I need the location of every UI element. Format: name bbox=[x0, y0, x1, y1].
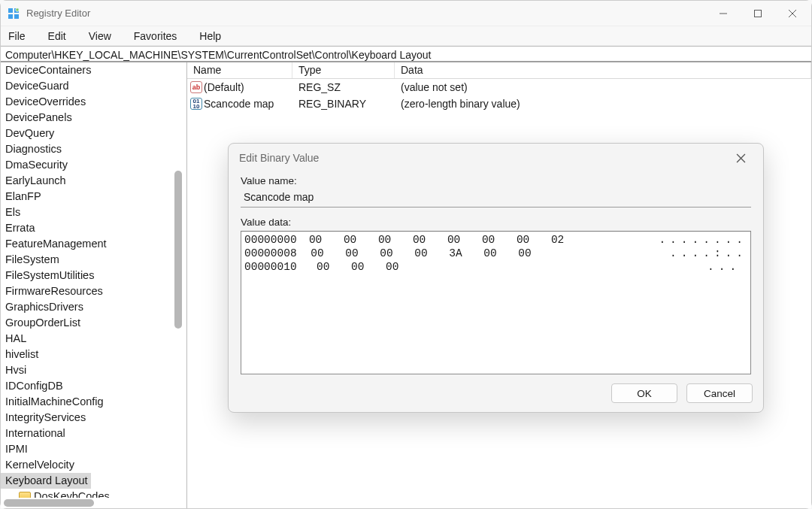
ok-button[interactable]: OK bbox=[611, 383, 677, 403]
tree-item-label: FileSystem bbox=[5, 253, 59, 265]
tree-vscrollbar[interactable] bbox=[174, 62, 183, 508]
close-button[interactable] bbox=[775, 2, 810, 26]
tree-item[interactable]: hivelist bbox=[1, 347, 186, 362]
hex-bytes: 000000 bbox=[317, 260, 707, 274]
tree-item-label: KernelVelocity bbox=[5, 459, 74, 471]
tree-item[interactable]: DevicePanels bbox=[1, 110, 186, 126]
svg-rect-2 bbox=[8, 14, 13, 19]
tree-item-label: FirmwareResources bbox=[5, 285, 103, 297]
value-row[interactable]: 0110Scancode mapREG_BINARY(zero-length b… bbox=[187, 95, 811, 112]
minimize-button[interactable] bbox=[706, 2, 741, 26]
tree-item[interactable]: GroupOrderList bbox=[1, 315, 186, 331]
tree-item-label: International bbox=[5, 427, 65, 439]
tree-item[interactable]: KernelVelocity bbox=[1, 457, 186, 473]
hex-editor[interactable]: 000000000000000000000002........00000008… bbox=[241, 231, 751, 374]
hex-row: 000000000000000000000002........ bbox=[244, 233, 747, 247]
tree-item[interactable]: Errata bbox=[1, 220, 186, 236]
hex-ascii: ....:.. bbox=[670, 247, 747, 260]
tree-item[interactable]: GraphicsDrivers bbox=[1, 299, 186, 315]
tree-item[interactable]: Els bbox=[1, 205, 186, 220]
tree-item-label: Keyboard Layout bbox=[5, 474, 88, 486]
value-name-input[interactable]: Scancode map bbox=[241, 189, 751, 208]
tree-item[interactable]: DeviceContainers bbox=[1, 62, 186, 78]
tree-item-label: GraphicsDrivers bbox=[5, 301, 83, 313]
hex-offset: 00000008 bbox=[244, 247, 311, 260]
tree-item-label: GroupOrderList bbox=[5, 317, 80, 329]
menu-file[interactable]: File bbox=[4, 29, 30, 44]
maximize-button[interactable] bbox=[741, 2, 775, 26]
menu-help[interactable]: Help bbox=[195, 29, 226, 44]
value-list-header: Name Type Data bbox=[187, 62, 811, 79]
tree-item[interactable]: DevQuery bbox=[1, 126, 186, 141]
cancel-button[interactable]: Cancel bbox=[686, 383, 753, 403]
col-header-name[interactable]: Name bbox=[187, 62, 292, 78]
hex-row: 00000008000000003A0000....:.. bbox=[244, 247, 747, 260]
tree-item[interactable]: IPMI bbox=[1, 441, 186, 457]
tree-item[interactable]: FirmwareResources bbox=[1, 283, 186, 299]
key-tree[interactable]: DeviceContainersDeviceGuardDeviceOverrid… bbox=[1, 62, 187, 508]
tree-item[interactable]: DeviceOverrides bbox=[1, 94, 186, 110]
svg-rect-6 bbox=[755, 10, 762, 17]
string-value-icon: ab bbox=[190, 81, 202, 93]
value-name: Scancode map bbox=[204, 98, 292, 110]
tree-item[interactable]: International bbox=[1, 426, 186, 441]
tree-item[interactable]: HAL bbox=[1, 331, 186, 347]
address-bar[interactable]: Computer\HKEY_LOCAL_MACHINE\SYSTEM\Curre… bbox=[1, 46, 811, 62]
tree-item[interactable]: EarlyLaunch bbox=[1, 173, 186, 189]
hex-row: 00000010000000... bbox=[244, 260, 747, 274]
hex-ascii: ... bbox=[707, 260, 747, 274]
menu-favorites[interactable]: Favorites bbox=[129, 29, 182, 44]
tree-item-label: ElanFP bbox=[5, 190, 41, 202]
col-header-data[interactable]: Data bbox=[395, 62, 811, 78]
tree-item-label: DmaSecurity bbox=[5, 159, 68, 171]
value-name-label: Value name: bbox=[241, 175, 751, 186]
tree-item[interactable]: Keyboard Layout bbox=[1, 473, 91, 489]
tree-item-label: IntegrityServices bbox=[5, 411, 86, 423]
hex-offset: 00000010 bbox=[244, 260, 317, 274]
dialog-title-text: Edit Binary Value bbox=[239, 152, 319, 164]
tree-item[interactable]: DeviceGuard bbox=[1, 78, 186, 94]
tree-item-label: Hvsi bbox=[5, 364, 26, 376]
hex-bytes: 000000003A0000 bbox=[311, 247, 670, 260]
tree-item-label: EarlyLaunch bbox=[5, 174, 66, 186]
tree-item[interactable]: FileSystemUtilities bbox=[1, 268, 186, 283]
tree-item-label: HAL bbox=[5, 332, 26, 344]
value-data: (value not set) bbox=[395, 81, 811, 93]
value-name: (Default) bbox=[204, 81, 292, 93]
tree-item[interactable]: FeatureManagement bbox=[1, 236, 186, 252]
tree-item[interactable]: IDConfigDB bbox=[1, 378, 186, 394]
menu-edit[interactable]: Edit bbox=[44, 29, 71, 44]
tree-item-label: FeatureManagement bbox=[5, 238, 107, 250]
tree-item-label: DeviceGuard bbox=[5, 80, 69, 92]
tree-item[interactable]: ElanFP bbox=[1, 189, 186, 205]
tree-item-label: FileSystemUtilities bbox=[5, 269, 94, 281]
value-type: REG_BINARY bbox=[292, 98, 395, 110]
window-title: Registry Editor bbox=[26, 8, 706, 19]
app-icon bbox=[7, 7, 20, 20]
tree-hscroll-thumb[interactable] bbox=[4, 499, 94, 507]
tree-item-label: hivelist bbox=[5, 348, 38, 360]
tree-item[interactable]: DmaSecurity bbox=[1, 157, 186, 173]
svg-rect-3 bbox=[14, 14, 19, 19]
tree-item[interactable]: IntegrityServices bbox=[1, 410, 186, 426]
titlebar: Registry Editor bbox=[1, 1, 811, 26]
hex-bytes: 0000000000000002 bbox=[309, 233, 659, 247]
tree-item-label: IDConfigDB bbox=[5, 380, 63, 392]
tree-item-label: IPMI bbox=[5, 443, 28, 455]
tree-vscroll-thumb[interactable] bbox=[174, 171, 182, 329]
dialog-close-button[interactable] bbox=[729, 146, 753, 170]
tree-item[interactable]: FileSystem bbox=[1, 252, 186, 268]
tree-hscrollbar[interactable] bbox=[1, 498, 186, 508]
tree-item-label: DevQuery bbox=[5, 127, 54, 139]
tree-item[interactable]: InitialMachineConfig bbox=[1, 394, 186, 410]
value-data-label: Value data: bbox=[241, 217, 751, 228]
registry-editor-window: Registry Editor File Edit View Favorites… bbox=[0, 0, 812, 509]
menu-view[interactable]: View bbox=[84, 29, 116, 44]
dialog-titlebar: Edit Binary Value bbox=[229, 144, 763, 172]
col-header-type[interactable]: Type bbox=[292, 62, 395, 78]
tree-item[interactable]: Diagnostics bbox=[1, 141, 186, 157]
tree-item-label: DeviceOverrides bbox=[5, 95, 86, 108]
value-data: (zero-length binary value) bbox=[395, 98, 811, 110]
tree-item[interactable]: Hvsi bbox=[1, 362, 186, 378]
value-row[interactable]: ab(Default)REG_SZ(value not set) bbox=[187, 79, 811, 95]
